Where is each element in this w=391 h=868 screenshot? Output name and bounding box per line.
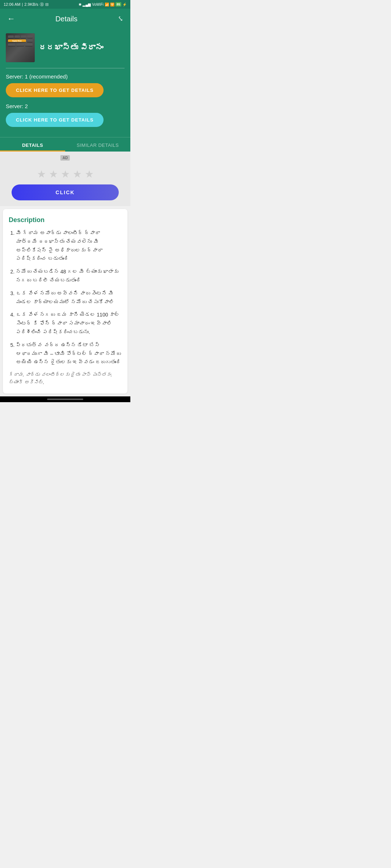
star-icon: ★ bbox=[49, 168, 58, 180]
header-content: Apply Now దరఖాస్తు విధానం Server: 1 (rec… bbox=[0, 29, 130, 137]
description-title: Description bbox=[9, 216, 122, 224]
list-item: ఒక వేళ నమోదు అవ్వని వారు వెంటనే మీ మండల … bbox=[16, 289, 122, 307]
bottom-nav bbox=[0, 396, 130, 402]
list-item: ప్రభుత్వ వద్ద ఉన్న డేటా బేస్ ఆధారముగా మీ… bbox=[16, 341, 122, 367]
server2-button[interactable]: CLICK HERE TO GET DETAILS bbox=[6, 113, 104, 127]
page-title: Details bbox=[55, 15, 77, 23]
status-right: ✱ ▂▄▆ VoWiFi 📶 🛜 85 ⚡ bbox=[79, 2, 127, 7]
tab-details[interactable]: DETAILS bbox=[0, 137, 65, 152]
key bbox=[25, 43, 33, 46]
server1-label: Server: 1 (recommended) bbox=[6, 73, 125, 80]
star-icon: ★ bbox=[73, 168, 82, 180]
ad-stars: ★ ★ ★ ★ ★ bbox=[37, 168, 94, 180]
battery-level: 85 bbox=[115, 2, 121, 7]
keyboard-image: Apply Now bbox=[6, 33, 35, 62]
back-button[interactable]: ← bbox=[6, 13, 17, 25]
tab-details-label: DETAILS bbox=[22, 142, 43, 148]
key bbox=[21, 35, 26, 38]
list-item: మీ గ్రామ అవార్డు వాలంటీర్ ద్వారా మాత్రమే… bbox=[16, 229, 122, 263]
header-divider bbox=[6, 68, 125, 68]
ad-section: AD ★ ★ ★ ★ ★ CLICK bbox=[0, 152, 130, 206]
star-icon: ★ bbox=[37, 168, 46, 180]
data-speed: 2.9KB/s bbox=[24, 2, 38, 7]
key-row-1 bbox=[8, 35, 33, 38]
status-bar: 12:06 AM | 2.9KB/s Ⓑ ⊟ ✱ ▂▄▆ VoWiFi 📶 🛜 … bbox=[0, 0, 130, 9]
tabs-bar: DETAILS SIMILAR DETAILS bbox=[0, 137, 130, 152]
description-section: Description మీ గ్రామ అవార్డు వాలంటీర్ ద్… bbox=[3, 209, 127, 393]
signal-icon: ▂▄▆ bbox=[83, 3, 91, 7]
key bbox=[8, 35, 14, 38]
list-item: ఒక వేళ నగదు జమ కాని యెడల 1100 కాల్ సెంటర… bbox=[16, 311, 122, 336]
server2-label: Server: 2 bbox=[6, 103, 125, 109]
time-display: 12:06 AM bbox=[4, 2, 20, 7]
article-header: Apply Now దరఖాస్తు విధానం bbox=[6, 33, 125, 62]
key bbox=[14, 35, 20, 38]
share-button[interactable]: ⤥ bbox=[116, 13, 125, 24]
key bbox=[27, 35, 33, 38]
charging-icon: ⚡ bbox=[122, 3, 127, 7]
tab-similar[interactable]: SIMILAR DETAILS bbox=[65, 137, 130, 152]
tab-similar-label: SIMILAR DETAILS bbox=[77, 142, 119, 148]
description-list: మీ గ్రామ అవార్డు వాలంటీర్ ద్వారా మాత్రమే… bbox=[9, 229, 122, 367]
article-thumbnail: Apply Now bbox=[6, 33, 35, 62]
key-row-3 bbox=[8, 43, 33, 46]
star-icon: ★ bbox=[85, 168, 94, 180]
key bbox=[27, 39, 33, 42]
click-button[interactable]: CLICK bbox=[12, 184, 118, 200]
key bbox=[8, 43, 16, 46]
description-footer: గ్రామ, వార్డు వలంటీర్లకు రైతు పాస్ పుస్త… bbox=[9, 371, 122, 386]
b-icon: Ⓑ bbox=[40, 2, 44, 7]
status-left: 12:06 AM | 2.9KB/s Ⓑ ⊟ bbox=[4, 2, 49, 7]
article-title: దరఖాస్తు విధానం bbox=[39, 43, 103, 53]
apply-now-key: Apply Now bbox=[8, 39, 26, 42]
wifi-icon: 📶 bbox=[105, 3, 109, 7]
speed-display: | bbox=[22, 2, 23, 7]
sim-icon: ⊟ bbox=[45, 2, 49, 7]
bluetooth-icon: ✱ bbox=[79, 3, 81, 7]
server1-button[interactable]: CLICK HERE TO GET DETAILS bbox=[6, 83, 104, 97]
key bbox=[16, 43, 24, 46]
star-icon: ★ bbox=[61, 168, 70, 180]
wifi-signal: 🛜 bbox=[110, 3, 114, 7]
app-bar: ← Details ⤥ bbox=[0, 9, 130, 29]
list-item: నమోదు చేయబడిన 48 గల మీ బ్యాంకు ఖాతాకు నగ… bbox=[16, 268, 122, 285]
nav-pill bbox=[47, 399, 83, 400]
vo-wifi-label: VoWiFi bbox=[92, 3, 104, 7]
ad-label: AD bbox=[60, 155, 70, 161]
key-row-2: Apply Now bbox=[8, 39, 33, 42]
